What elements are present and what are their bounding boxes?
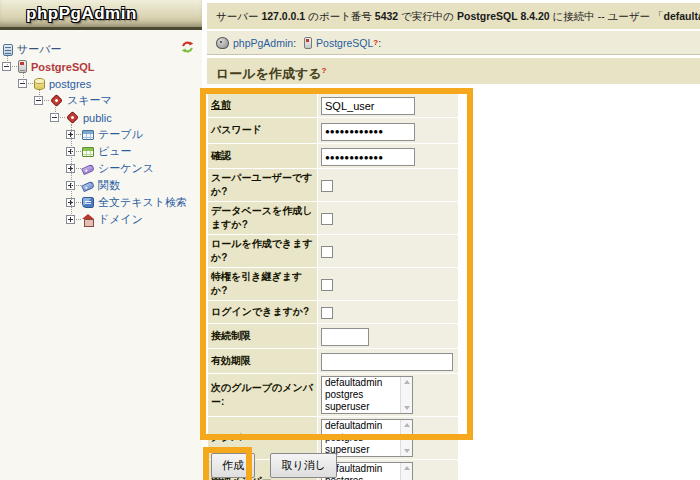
sidebar-frame: phpPgAdmin サーバーPostgreSQLpostgresスキーマpub…	[0, 0, 202, 480]
tree-item-サーバー[interactable]: サーバー	[0, 41, 202, 58]
tree-item-スキーマ[interactable]: スキーマ	[0, 92, 202, 109]
select-scrollbar[interactable]	[400, 420, 412, 456]
server-icon	[18, 60, 27, 73]
page-title: ロールを作成する?	[207, 58, 700, 84]
form-control-cell-expiry	[318, 349, 458, 373]
inherit-checkbox[interactable]	[321, 279, 333, 291]
form-control-cell-connlimit	[318, 324, 458, 348]
select-option-defaultadmin[interactable]: defaultadmin	[322, 377, 412, 389]
table-icon	[82, 130, 94, 140]
tree-connector	[28, 83, 33, 84]
tree-item-label: スキーマ	[67, 93, 112, 108]
form-label-inherit: 特権を引き継ぎますか?	[208, 268, 317, 300]
form-row-superuser: スーパーユーザーですか?	[208, 169, 458, 201]
tree-connector	[12, 66, 17, 67]
members-multiselect[interactable]: defaultadminpostgressuperuser	[321, 419, 413, 457]
tree-item-postgres[interactable]: postgres	[0, 75, 202, 92]
tree-connector	[7, 56, 8, 65]
createrole-checkbox[interactable]	[321, 246, 333, 258]
server-status-segment: defaultadmin	[664, 10, 700, 22]
tree-item-ビュー[interactable]: ビュー	[0, 143, 202, 160]
form-label-text[interactable]: 名前	[211, 99, 231, 110]
connlimit-input[interactable]	[321, 328, 369, 346]
tree-item-label: テーブル	[98, 127, 143, 142]
domain-icon	[82, 214, 94, 226]
breadcrumb-phppgadmin-link[interactable]: phpPgAdmin	[233, 37, 293, 49]
form-row-login: ログインできますか?	[208, 301, 458, 323]
fts-icon	[82, 197, 94, 208]
confirm-input[interactable]	[321, 148, 415, 166]
tree-item-全文テキスト検索[interactable]: 全文テキスト検索	[0, 194, 202, 211]
createdb-checkbox[interactable]	[321, 213, 333, 225]
form-row-inherit: 特権を引き継ぎますか?	[208, 268, 458, 300]
tree-connector	[76, 219, 81, 220]
database-icon	[34, 78, 45, 90]
superuser-checkbox[interactable]	[321, 180, 333, 192]
tree-item-label: postgres	[49, 78, 91, 90]
form-control-cell-password	[318, 118, 458, 143]
name-input[interactable]	[321, 97, 415, 115]
create-button[interactable]: 作成	[211, 453, 255, 478]
select-option-postgres[interactable]: postgres	[322, 432, 412, 444]
tree-item-label: サーバー	[17, 42, 62, 57]
tree-connector	[76, 202, 81, 203]
tree-item-label: 関数	[98, 178, 120, 193]
view-icon	[82, 147, 94, 157]
form-control-cell-login	[318, 301, 458, 323]
server-status-bar: サーバー 127.0.0.1 のポート番号 5432 で実行中の Postgre…	[207, 3, 700, 29]
tree-item-関数[interactable]: 関数	[0, 177, 202, 194]
tree-item-label: public	[83, 112, 112, 124]
form-control-cell-inherit	[318, 268, 458, 300]
form-label-text: メンバー	[211, 432, 252, 443]
tree-item-label: ドメイン	[98, 212, 143, 227]
tree-item-label: シーケンス	[98, 161, 154, 176]
select-option-postgres[interactable]: postgres	[322, 389, 412, 401]
tree-item-label: 全文テキスト検索	[98, 195, 187, 210]
server-status-segment: 5432	[375, 10, 398, 22]
form-label-text: 特権を引き継ぎますか?	[211, 271, 302, 296]
form-label-text: スーパーユーザーですか?	[211, 172, 312, 197]
cancel-button[interactable]: 取り消し	[270, 453, 337, 478]
login-checkbox[interactable]	[321, 307, 333, 319]
form-label-text: パスワード	[211, 124, 262, 135]
form-row-expiry: 有効期限	[208, 349, 458, 373]
form-row-confirm: 確認	[208, 144, 458, 169]
form-label-text: データベースを作成しますか?	[211, 205, 312, 230]
select-scrollbar[interactable]	[400, 377, 412, 413]
form-body: 名前パスワード確認スーパーユーザーですか?データベースを作成しますか?ロールを作…	[208, 93, 458, 480]
select-scrollbar[interactable]	[400, 463, 412, 480]
form-label-createrole: ロールを作成できますか?	[208, 235, 317, 267]
app-logo: phpPgAdmin	[26, 4, 137, 24]
tree-connector	[55, 107, 56, 116]
server-status-segment: で実行中の	[398, 10, 457, 22]
form-row-memberof: 次のグループのメンバー:defaultadminpostgressuperuse…	[208, 374, 458, 416]
form-control-cell-name	[318, 93, 458, 117]
server-status-segment: に接続中 -- ユーザー 「	[550, 10, 664, 22]
breadcrumb-server-link[interactable]: PostgreSQL	[316, 37, 373, 49]
tree-item-ドメイン[interactable]: ドメイン	[0, 211, 202, 228]
password-input[interactable]	[321, 123, 415, 141]
form-label-login: ログインできますか?	[208, 301, 317, 323]
memberof-multiselect[interactable]: defaultadminpostgressuperuser	[321, 376, 413, 414]
form-label-password: パスワード	[208, 118, 317, 143]
form-label-memberof: 次のグループのメンバー:	[208, 374, 317, 416]
tree-item-PostgreSQL[interactable]: PostgreSQL	[0, 58, 202, 75]
tree-item-テーブル[interactable]: テーブル	[0, 126, 202, 143]
select-option-superuser[interactable]: superuser	[322, 401, 412, 413]
breadcrumb-separator: :	[293, 37, 296, 49]
tree-expander-plus-icon[interactable]	[66, 215, 75, 224]
tree-item-シーケンス[interactable]: シーケンス	[0, 160, 202, 177]
servers-icon	[3, 44, 13, 56]
form-label-text: ログインできますか?	[211, 306, 309, 317]
tree-item-public[interactable]: public	[0, 109, 202, 126]
form-control-cell-createdb	[318, 202, 458, 234]
form-label-text: 接続制限	[211, 330, 251, 341]
form-row-name: 名前	[208, 93, 458, 117]
page-title-help-link[interactable]: ?	[322, 66, 327, 75]
expiry-input[interactable]	[321, 353, 453, 371]
breadcrumb-separator: :	[378, 37, 381, 49]
tree-connector	[23, 73, 24, 82]
select-option-defaultadmin[interactable]: defaultadmin	[322, 420, 412, 432]
form-label-superuser: スーパーユーザーですか?	[208, 169, 317, 201]
content-frame: サーバー 127.0.0.1 のポート番号 5432 で実行中の Postgre…	[204, 0, 700, 480]
